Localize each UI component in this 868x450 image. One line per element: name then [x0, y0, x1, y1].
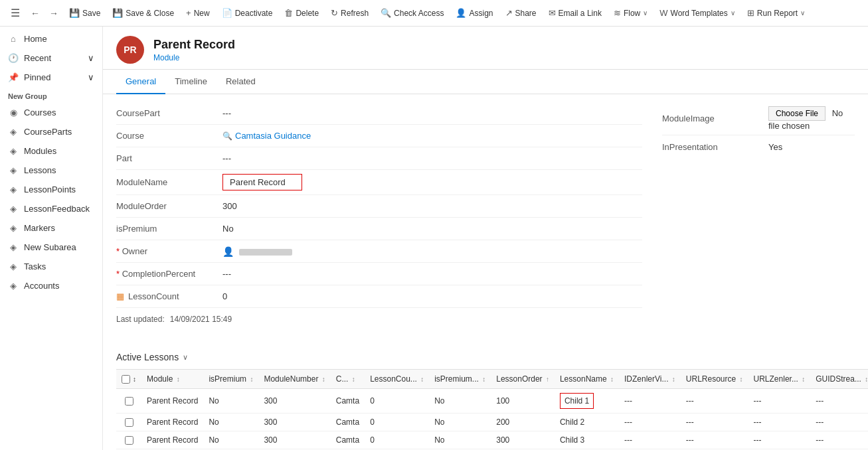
avatar: PR — [116, 36, 144, 64]
sort-lessonname-icon: ↕ — [610, 376, 614, 383]
subgrid-chevron-icon[interactable]: ∨ — [183, 353, 188, 362]
course-value[interactable]: 🔍Camtasia Guidance — [222, 131, 642, 141]
th-lessoncou[interactable]: LessonCou... ↕ — [365, 370, 429, 389]
record-info: Parent Record Module — [153, 38, 235, 62]
sidebar-item-lessonfeedback[interactable]: ◈ LessonFeedback — [0, 199, 102, 218]
word-templates-button[interactable]: W Word Templates ∨ — [654, 5, 740, 21]
sort-urlresource-icon: ↕ — [740, 376, 743, 383]
ispremium-label: isPremium — [116, 224, 222, 234]
completionpercent-label: CompletionPercent — [116, 269, 222, 279]
save-close-icon: 💾 — [112, 8, 123, 18]
lastupdated-row: Last updated: 14/09/2021 15:49 — [116, 308, 642, 333]
th-modulenumber[interactable]: ModuleNumber ↕ — [258, 370, 330, 389]
sidebar-item-courses[interactable]: ◉ Courses — [0, 103, 102, 122]
th-urlresource[interactable]: URLResource ↕ — [681, 370, 748, 389]
sort-idzenleri-icon: ↕ — [672, 376, 675, 383]
th-module[interactable]: Module ↕ — [141, 370, 203, 389]
select-all-checkbox[interactable] — [122, 375, 130, 384]
th-c[interactable]: C... ↕ — [331, 370, 365, 389]
choose-file-button[interactable]: Choose File — [768, 106, 825, 121]
email-link-button[interactable]: ✉ Email a Link — [543, 5, 607, 21]
nav-back-button[interactable]: ← — [27, 5, 44, 21]
part-label: Part — [116, 153, 222, 163]
lessoncount-icon: ▦ — [116, 291, 124, 301]
table-header-row: ↕ Module ↕ isPremium ↕ ModuleNumber ↕ C.… — [116, 370, 868, 389]
check-access-icon: 🔍 — [381, 8, 391, 18]
row-checkbox[interactable] — [125, 397, 133, 406]
cell-ispremium2: No — [429, 389, 491, 413]
save-close-button[interactable]: 💾 Save & Close — [107, 5, 179, 21]
part-row: Part --- — [116, 147, 642, 170]
th-lessonorder[interactable]: LessonOrder ↑ — [491, 370, 555, 389]
th-check: ↕ — [116, 370, 141, 389]
table-row[interactable]: Parent Record No 300 Camta 0 No 300 Chil… — [116, 431, 868, 449]
sidebar-item-markers[interactable]: ◈ Markers — [0, 218, 102, 238]
cell-check — [116, 431, 141, 449]
sidebar-item-tasks[interactable]: ◈ Tasks — [0, 257, 102, 276]
th-ispremium[interactable]: isPremium ↕ — [203, 370, 258, 389]
delete-button[interactable]: 🗑 Delete — [279, 5, 324, 21]
th-ispremium2[interactable]: isPremium... ↕ — [429, 370, 491, 389]
sort-lessonorder-icon: ↑ — [546, 376, 549, 383]
check-access-button[interactable]: 🔍 Check Access — [375, 5, 449, 21]
courseparts-icon: ◈ — [8, 127, 19, 137]
sort-module-icon: ↕ — [177, 376, 180, 383]
hamburger-button[interactable]: ☰ — [5, 4, 25, 22]
cell-idzenleri: --- — [619, 431, 681, 449]
sidebar-item-lessonpoints[interactable]: ◈ LessonPoints — [0, 180, 102, 199]
flow-button[interactable]: ≋ Flow ∨ — [608, 5, 653, 21]
inpresentation-value: Yes — [768, 142, 855, 152]
refresh-button[interactable]: ↻ Refresh — [325, 5, 374, 21]
sort-lessoncou-icon: ↕ — [420, 376, 424, 383]
modules-icon: ◈ — [8, 146, 19, 156]
row-checkbox[interactable] — [125, 436, 133, 445]
sidebar-item-home[interactable]: ⌂ Home — [0, 29, 102, 48]
share-button[interactable]: ↗ Share — [500, 5, 542, 21]
tab-timeline[interactable]: Timeline — [165, 70, 217, 94]
cell-lessoncou: 0 — [365, 389, 429, 413]
recent-chevron-icon: ∨ — [88, 53, 94, 63]
sidebar-item-pinned[interactable]: 📌 Pinned ∨ — [0, 68, 102, 87]
tab-related[interactable]: Related — [217, 70, 265, 94]
sort-guidstrea-icon: ↕ — [865, 376, 868, 383]
sidebar-item-accounts[interactable]: ◈ Accounts — [0, 276, 102, 295]
tabs-bar: General Timeline Related — [103, 70, 868, 94]
tab-general[interactable]: General — [116, 70, 165, 94]
row-checkbox[interactable] — [125, 418, 133, 427]
cell-urlresource: --- — [681, 431, 748, 449]
assign-button[interactable]: 👤 Assign — [450, 5, 498, 21]
new-group-label: New Group — [0, 87, 102, 103]
course-link-icon: 🔍 — [222, 131, 232, 141]
modulename-highlighted[interactable]: Parent Record — [222, 174, 302, 190]
lessoncount-row: ▦ LessonCount 0 — [116, 285, 642, 308]
save-button[interactable]: 💾 Save — [64, 5, 106, 21]
th-lessonname[interactable]: LessonName ↕ — [555, 370, 619, 389]
sidebar-item-recent[interactable]: 🕐 Recent ∨ — [0, 48, 102, 68]
table-row[interactable]: Parent Record No 300 Camta 0 No 100 Chil… — [116, 389, 868, 413]
table-body: Parent Record No 300 Camta 0 No 100 Chil… — [116, 389, 868, 449]
table-row[interactable]: Parent Record No 300 Camta 0 No 200 Chil… — [116, 413, 868, 431]
sidebar-item-lessons[interactable]: ◈ Lessons — [0, 161, 102, 180]
sidebar-item-courseparts[interactable]: ◈ CourseParts — [0, 122, 102, 141]
cell-check — [116, 413, 141, 431]
nav-forward-button[interactable]: → — [45, 5, 62, 21]
sort-ispremium-icon: ↕ — [250, 376, 253, 383]
cell-guidstrea: --- — [810, 431, 868, 449]
owner-person-icon: 👤 — [222, 246, 234, 257]
sidebar-item-newsubarea[interactable]: ◈ New Subarea — [0, 238, 102, 257]
cell-module: Parent Record — [141, 431, 203, 449]
new-button[interactable]: + New — [181, 5, 215, 21]
cell-lessonname: Child 2 — [555, 413, 619, 431]
lessonfeedback-icon: ◈ — [8, 204, 19, 214]
deactivate-button[interactable]: 📄 Deactivate — [217, 5, 278, 21]
th-idzenleri[interactable]: IDZenlerVi... ↕ — [619, 370, 681, 389]
lastupdated-label: Last updated: — [116, 315, 165, 324]
completionpercent-row: CompletionPercent --- — [116, 263, 642, 285]
sidebar-item-modules[interactable]: ◈ Modules — [0, 141, 102, 161]
tasks-icon: ◈ — [8, 262, 19, 271]
th-urlzenler[interactable]: URLZenler... ↕ — [748, 370, 811, 389]
cell-urlzenler: --- — [748, 431, 811, 449]
run-report-button[interactable]: ⊞ Run Report ∨ — [742, 5, 810, 21]
recent-icon: 🕐 — [8, 53, 19, 63]
th-guidstrea[interactable]: GUIDStrea... ↕ — [810, 370, 868, 389]
